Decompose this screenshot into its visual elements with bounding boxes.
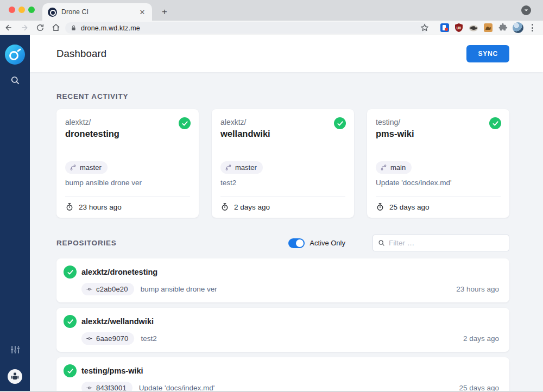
search-icon[interactable] [0,75,30,86]
build-success-icon [64,364,77,377]
build-success-icon [334,117,346,129]
tab-title: Drone CI [61,8,138,16]
window-maximize-button[interactable] [28,7,35,13]
sidebar [0,35,30,391]
commit-message: test2 [220,179,345,187]
build-time: 25 days ago [389,203,430,211]
extension-icon-camel[interactable] [483,23,493,33]
home-icon[interactable] [49,22,63,34]
repository-row[interactable]: alexktz/wellandwiki 6aae9070 test2 2 day… [56,308,509,352]
git-commit-icon [86,286,93,293]
branch-badge: master [220,161,263,174]
repo-namespace: testing/ [376,117,501,128]
reload-icon[interactable] [33,22,47,34]
commit-message: Update 'docs/index.md' [139,384,214,391]
filter-field [372,235,509,251]
repository-row[interactable]: testing/pms-wiki 843f3001 Update 'docs/i… [56,357,509,391]
extension-icon-shield[interactable]: U0 [454,23,464,33]
git-branch-icon [225,164,232,171]
extension-icon-password-manager[interactable] [440,23,450,33]
puzzle-icon[interactable] [498,23,508,33]
repo-name: pms-wiki [376,128,501,140]
bookmark-star-icon[interactable] [420,23,429,34]
lock-icon [71,25,77,31]
git-commit-icon [86,384,93,391]
tab-search-icon[interactable] [521,5,531,15]
browser-toolbar: drone.m.wd.ktz.me U0 [0,21,543,35]
commit-message: Update 'docs/index.md' [376,179,501,187]
back-icon[interactable] [2,22,16,34]
main-content: RECENT ACTIVITY alexktz/ dronetesting ma… [30,72,543,391]
repo-name: alexktz/dronetesting [81,268,157,276]
repository-list: alexktz/dronetesting c2ab0e20 bump ansib… [56,258,509,391]
drone-favicon-icon [48,8,57,17]
commit-badge: 843f3001 [81,382,132,391]
stopwatch-icon [65,203,74,211]
tab-strip: Drone CI ✕ + [0,0,543,21]
window-close-button[interactable] [9,7,15,13]
forward-icon[interactable] [17,22,31,34]
build-time: 2 days ago [463,334,499,343]
build-time: 23 hours ago [79,203,122,211]
page-header: Dashboard SYNC [30,35,543,72]
page-title: Dashboard [56,48,106,60]
build-time: 25 days ago [459,384,499,391]
filter-input[interactable] [389,239,504,247]
drone-logo-icon[interactable] [5,45,25,65]
repo-name: testing/pms-wiki [81,366,143,375]
url-text: drone.m.wd.ktz.me [81,24,140,32]
browser-window: Drone CI ✕ + drone.m.wd.ktz.me [0,0,543,392]
stopwatch-icon [376,203,384,211]
build-success-icon [489,117,501,129]
active-only-toggle[interactable] [288,238,305,248]
active-only-label: Active Only [310,239,345,247]
new-tab-button[interactable]: + [159,6,171,18]
extension-icon-raccoon[interactable] [469,23,478,33]
recent-activity-cards: alexktz/ dronetesting master bump ansibl… [56,109,509,218]
git-commit-icon [86,335,93,342]
build-success-icon [64,315,77,328]
window-minimize-button[interactable] [18,7,25,13]
settings-sliders-icon[interactable] [0,344,30,355]
svg-text:U0: U0 [457,26,462,30]
commit-message: bump ansible drone ver [65,179,190,187]
search-icon [378,239,385,246]
repository-row[interactable]: alexktz/dronetesting c2ab0e20 bump ansib… [56,258,509,302]
repo-name: dronetesting [65,128,190,140]
build-time: 2 days ago [234,203,270,211]
git-branch-icon [70,164,77,171]
user-avatar[interactable] [8,369,22,384]
branch-badge: main [376,161,412,174]
repositories-heading: REPOSITORIES [56,239,117,247]
browser-menu-icon[interactable] [528,23,536,33]
repo-namespace: alexktz/ [65,117,190,128]
branch-badge: master [65,161,108,174]
browser-tab[interactable]: Drone CI ✕ [42,3,152,21]
repo-name: wellandwiki [220,128,345,140]
repo-namespace: alexktz/ [220,117,345,128]
activity-card[interactable]: testing/ pms-wiki main Update 'docs/inde… [367,109,509,218]
build-time: 23 hours ago [456,285,499,293]
address-bar[interactable]: drone.m.wd.ktz.me [65,22,428,34]
browser-profile-avatar[interactable] [513,22,523,33]
repo-name: alexktz/wellandwiki [81,317,154,326]
stopwatch-icon [220,203,229,211]
activity-card[interactable]: alexktz/ dronetesting master bump ansibl… [56,109,199,218]
commit-badge: c2ab0e20 [81,283,134,295]
recent-activity-heading: RECENT ACTIVITY [56,92,509,100]
sync-button[interactable]: SYNC [466,45,509,62]
tab-close-icon[interactable]: ✕ [138,8,147,16]
commit-message: bump ansible drone ver [141,285,217,293]
build-success-icon [64,265,77,279]
activity-card[interactable]: alexktz/ wellandwiki master test2 2 days… [212,109,354,218]
build-success-icon [179,117,191,129]
commit-message: test2 [141,334,156,343]
commit-badge: 6aae9070 [81,332,134,345]
git-branch-icon [380,164,387,171]
